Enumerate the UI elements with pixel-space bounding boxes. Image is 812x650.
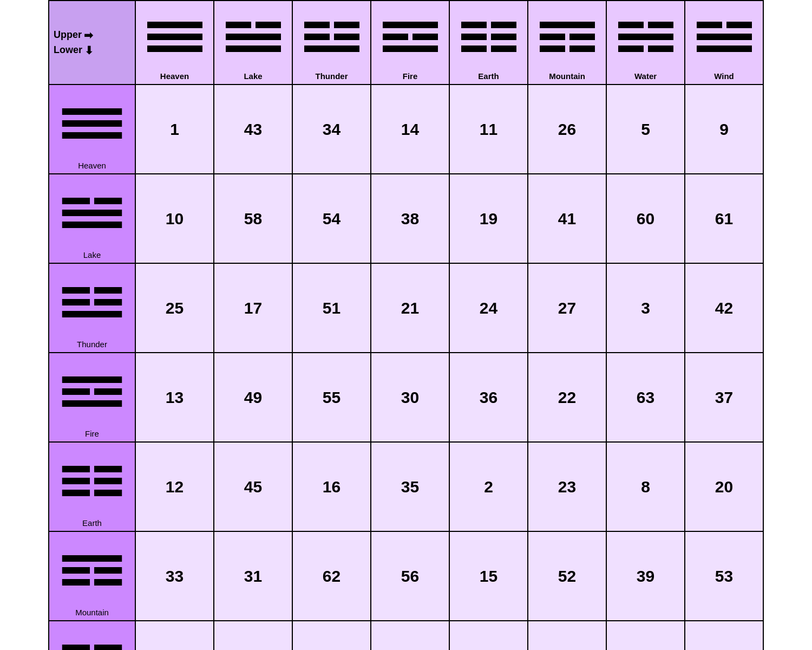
svg-rect-29 <box>618 34 673 40</box>
svg-rect-31 <box>648 46 673 52</box>
table-cell: 39 <box>606 531 685 621</box>
row-trigram-thunder <box>51 267 133 337</box>
table-cell: 4 <box>528 621 606 650</box>
svg-rect-32 <box>697 22 722 28</box>
table-cell: 17 <box>214 263 292 353</box>
table-cell: 61 <box>685 174 763 263</box>
col-header-earth: Earth <box>449 1 528 84</box>
table-cell: 56 <box>371 531 449 621</box>
svg-rect-35 <box>697 46 752 52</box>
table-cell: 27 <box>528 263 606 353</box>
col-header-mountain: Mountain <box>528 1 606 84</box>
table-cell: 16 <box>292 442 371 531</box>
table-cell: 42 <box>685 263 763 353</box>
table-cell: 22 <box>528 353 606 442</box>
table-cell: 54 <box>292 174 371 263</box>
table-cell: 34 <box>292 84 371 174</box>
arrow-down-icon: ⬇ <box>84 44 94 57</box>
row-trigram-fire <box>51 356 133 427</box>
svg-rect-64 <box>94 645 122 650</box>
trigram-fire <box>374 4 447 69</box>
table-cell: 13 <box>135 353 214 442</box>
upper-label: Upper ➡ <box>54 29 93 42</box>
row-label-heaven: Heaven <box>51 161 133 170</box>
table-cell: 9 <box>685 84 763 174</box>
table-cell: 11 <box>449 84 528 174</box>
svg-rect-41 <box>62 210 122 216</box>
row-header-earth: Earth <box>49 442 135 531</box>
col-header-lake: Lake <box>214 1 292 84</box>
col-label-lake: Lake <box>217 72 290 81</box>
svg-rect-20 <box>461 46 487 52</box>
table-cell: 12 <box>135 442 214 531</box>
trigram-earth <box>452 4 525 69</box>
svg-rect-49 <box>62 388 90 395</box>
col-label-thunder: Thunder <box>295 72 368 81</box>
svg-rect-63 <box>62 645 90 650</box>
svg-rect-52 <box>62 466 90 472</box>
table-cell: 19 <box>449 174 528 263</box>
svg-rect-34 <box>697 34 752 40</box>
svg-rect-10 <box>334 34 359 40</box>
table-cell: 62 <box>292 531 371 621</box>
table-cell: 15 <box>449 531 528 621</box>
row-label-earth: Earth <box>51 518 133 528</box>
svg-rect-56 <box>62 490 90 496</box>
table-cell: 53 <box>685 531 763 621</box>
table-cell: 6 <box>135 621 214 650</box>
row-earth: Earth 12451635223820 <box>49 442 763 531</box>
svg-rect-8 <box>334 22 359 28</box>
col-header-thunder: Thunder <box>292 1 371 84</box>
svg-rect-58 <box>62 555 122 562</box>
svg-rect-17 <box>491 22 516 28</box>
row-header-fire: Fire <box>49 353 135 442</box>
table-cell: 43 <box>214 84 292 174</box>
svg-rect-51 <box>62 400 122 407</box>
col-header-fire: Fire <box>371 1 449 84</box>
svg-rect-42 <box>62 222 122 228</box>
row-thunder: Thunder 251751212427342 <box>49 263 763 353</box>
table-cell: 45 <box>214 442 292 531</box>
svg-rect-0 <box>147 22 202 28</box>
row-trigram-mountain <box>51 535 133 606</box>
svg-rect-47 <box>62 311 122 317</box>
table-cell: 8 <box>606 442 685 531</box>
row-water: Water 6474064742959 <box>49 621 763 650</box>
svg-rect-16 <box>461 22 487 28</box>
svg-rect-9 <box>304 34 330 40</box>
svg-rect-59 <box>62 567 90 574</box>
row-trigram-earth <box>51 446 133 516</box>
row-lake: Lake 1058543819416061 <box>49 174 763 263</box>
svg-rect-23 <box>540 34 565 40</box>
table-cell: 3 <box>606 263 685 353</box>
table-cell: 7 <box>449 621 528 650</box>
svg-rect-39 <box>62 198 90 204</box>
svg-rect-22 <box>540 22 595 28</box>
trigram-thunder <box>295 4 368 69</box>
row-header-water: Water <box>49 621 135 650</box>
corner-header: Upper ➡ Lower ⬇ <box>49 1 135 84</box>
table-cell: 58 <box>214 174 292 263</box>
arrow-right-icon: ➡ <box>84 29 93 42</box>
row-header-mountain: Mountain <box>49 531 135 621</box>
svg-rect-11 <box>304 46 359 52</box>
table-cell: 47 <box>214 621 292 650</box>
table-cell: 59 <box>685 621 763 650</box>
table-cell: 25 <box>135 263 214 353</box>
table-cell: 63 <box>606 353 685 442</box>
svg-rect-40 <box>94 198 122 204</box>
svg-rect-2 <box>147 46 202 52</box>
lower-label: Lower ⬇ <box>54 44 94 57</box>
col-label-water: Water <box>609 72 682 81</box>
table-cell: 41 <box>528 174 606 263</box>
col-header-wind: Wind <box>685 1 763 84</box>
table-cell: 51 <box>292 263 371 353</box>
table-cell: 23 <box>528 442 606 531</box>
table-cell: 26 <box>528 84 606 174</box>
row-header-thunder: Thunder <box>49 263 135 353</box>
col-label-fire: Fire <box>374 72 447 81</box>
svg-rect-60 <box>94 567 122 574</box>
svg-rect-61 <box>62 579 90 586</box>
row-label-fire: Fire <box>51 429 133 438</box>
svg-rect-44 <box>94 287 122 294</box>
